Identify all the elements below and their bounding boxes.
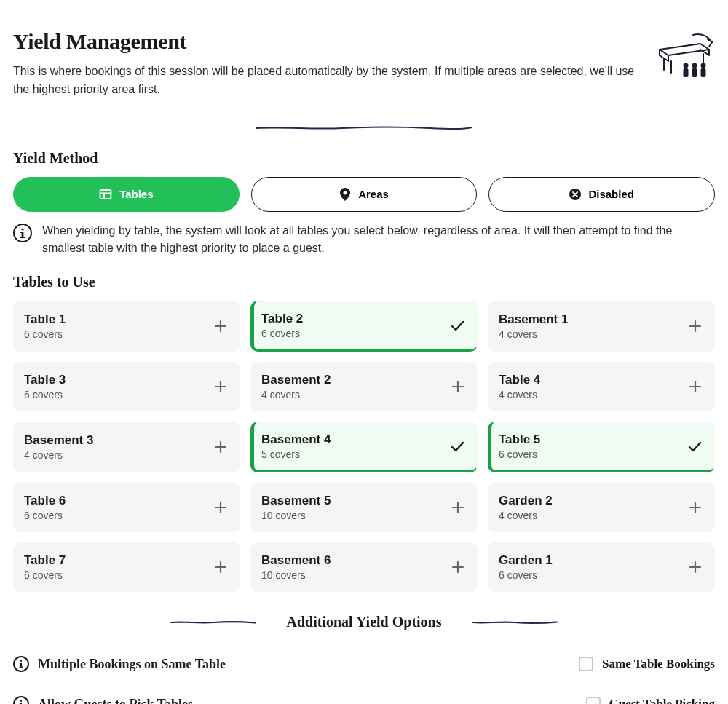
option-checkbox[interactable] <box>586 697 601 704</box>
table-name: Garden 1 <box>499 553 553 568</box>
table-card[interactable]: Table 76 covers <box>13 542 240 592</box>
close-circle-icon <box>569 189 581 200</box>
table-name: Table 4 <box>499 373 540 387</box>
check-icon <box>449 438 465 454</box>
table-covers: 10 covers <box>261 510 331 521</box>
plus-icon <box>213 560 228 574</box>
yield-method-disabled[interactable]: Disabled <box>488 177 715 212</box>
table-card[interactable]: Table 44 covers <box>488 362 715 411</box>
svg-rect-18 <box>20 703 21 704</box>
yield-method-info-text: When yielding by table, the system will … <box>42 222 715 258</box>
table-covers: 4 covers <box>499 510 553 521</box>
yield-method-tables[interactable]: Tables <box>13 177 240 212</box>
table-icon <box>99 188 112 201</box>
additional-options-title: Additional Yield Options <box>286 614 441 630</box>
map-pin-icon <box>339 188 351 201</box>
table-covers: 6 covers <box>24 328 66 340</box>
section-divider <box>13 125 715 131</box>
page-title: Yield Management <box>13 29 642 54</box>
plus-icon <box>688 560 703 574</box>
svg-point-8 <box>21 228 23 230</box>
plus-icon <box>688 319 703 333</box>
table-illustration-icon <box>657 29 715 83</box>
table-covers: 4 covers <box>499 328 568 340</box>
svg-rect-15 <box>20 667 23 668</box>
svg-rect-10 <box>20 232 23 233</box>
option-title: Allow Guests to Pick Tables <box>38 697 193 704</box>
plus-icon <box>213 500 228 515</box>
table-covers: 6 covers <box>499 569 553 581</box>
plus-icon <box>451 500 465 515</box>
table-covers: 10 covers <box>261 569 331 581</box>
table-covers: 4 covers <box>24 449 93 461</box>
page-header: Yield Management This is where bookings … <box>13 29 715 99</box>
info-icon[interactable] <box>13 696 29 704</box>
table-card[interactable]: Basement 14 covers <box>488 301 715 352</box>
svg-point-16 <box>20 700 22 702</box>
plus-icon <box>213 319 228 333</box>
table-covers: 6 covers <box>499 448 540 460</box>
info-icon <box>13 224 32 242</box>
option-title: Multiple Bookings on Same Table <box>38 657 226 672</box>
tables-to-use-title: Tables to Use <box>13 274 715 290</box>
divider-icon <box>471 620 558 625</box>
table-covers: 6 covers <box>261 328 303 339</box>
svg-rect-3 <box>692 68 697 77</box>
table-card[interactable]: Garden 16 covers <box>488 542 715 592</box>
table-name: Table 6 <box>24 494 66 508</box>
svg-point-0 <box>684 63 689 68</box>
svg-rect-11 <box>20 237 25 238</box>
tables-grid: Table 16 coversTable 26 coversBasement 1… <box>13 301 715 592</box>
yield-method-info: When yielding by table, the system will … <box>13 222 715 258</box>
svg-point-2 <box>692 63 697 68</box>
table-card[interactable]: Table 56 covers <box>488 422 715 472</box>
plus-icon <box>688 500 703 515</box>
yield-method-areas-label: Areas <box>358 188 389 200</box>
table-name: Basement 4 <box>261 432 331 447</box>
table-name: Basement 6 <box>261 553 331 568</box>
yield-method-disabled-label: Disabled <box>588 188 634 200</box>
additional-options-header: Additional Yield Options <box>13 614 715 630</box>
yield-method-areas[interactable]: Areas <box>251 177 478 212</box>
table-card[interactable]: Basement 610 covers <box>250 542 478 592</box>
table-name: Basement 2 <box>261 373 331 387</box>
table-card[interactable]: Basement 24 covers <box>250 362 478 411</box>
check-icon <box>687 438 703 454</box>
svg-point-4 <box>701 63 706 68</box>
table-card[interactable]: Basement 45 covers <box>250 422 478 472</box>
check-icon <box>449 317 465 333</box>
option-checkbox-label: Same Table Bookings <box>602 657 715 671</box>
table-card[interactable]: Table 26 covers <box>250 301 478 352</box>
plus-icon <box>451 379 465 394</box>
table-card[interactable]: Table 36 covers <box>13 362 240 411</box>
table-name: Table 2 <box>261 312 303 326</box>
svg-rect-5 <box>701 68 706 77</box>
additional-options-list: Multiple Bookings on Same TableSame Tabl… <box>13 644 715 704</box>
table-card[interactable]: Table 66 covers <box>13 483 240 532</box>
yield-method-tables-label: Tables <box>119 188 153 200</box>
info-icon[interactable] <box>13 656 29 672</box>
table-card[interactable]: Table 16 covers <box>13 301 240 352</box>
plus-icon <box>451 560 465 574</box>
table-card[interactable]: Basement 34 covers <box>13 422 240 472</box>
option-row: Multiple Bookings on Same TableSame Tabl… <box>13 644 715 684</box>
table-name: Table 3 <box>24 373 66 387</box>
table-name: Table 5 <box>499 432 540 447</box>
svg-rect-1 <box>684 68 689 77</box>
table-card[interactable]: Basement 510 covers <box>250 483 478 532</box>
plus-icon <box>213 440 228 454</box>
svg-rect-6 <box>100 190 111 199</box>
table-name: Table 1 <box>24 312 66 327</box>
option-checkbox-label: Guest Table Picking <box>609 697 715 704</box>
table-covers: 6 covers <box>24 569 66 581</box>
table-name: Table 7 <box>24 553 66 568</box>
table-covers: 4 covers <box>261 389 331 400</box>
table-name: Garden 2 <box>499 494 553 508</box>
table-card[interactable]: Garden 24 covers <box>488 483 715 532</box>
option-checkbox[interactable] <box>579 657 593 671</box>
svg-rect-14 <box>20 663 21 664</box>
svg-point-12 <box>20 660 22 662</box>
table-covers: 6 covers <box>24 510 66 521</box>
divider-icon <box>170 620 257 625</box>
option-row: Allow Guests to Pick TablesGuest Table P… <box>13 684 715 704</box>
